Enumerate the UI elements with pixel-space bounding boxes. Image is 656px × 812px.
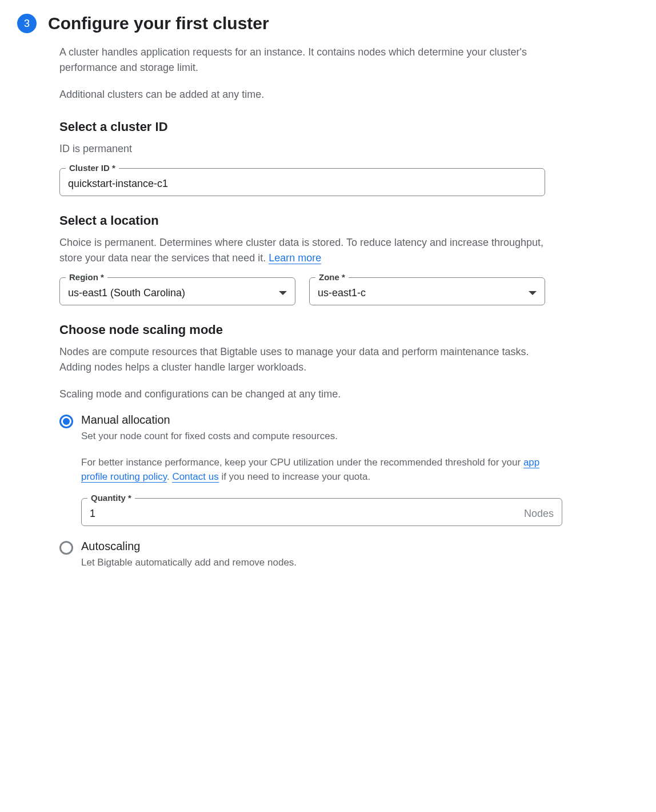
quantity-suffix: Nodes <box>524 508 554 520</box>
manual-extra-middle: . <box>167 471 172 482</box>
chevron-down-icon <box>279 291 287 295</box>
cluster-id-field[interactable]: Cluster ID * <box>59 168 545 196</box>
cluster-id-input[interactable] <box>68 178 537 190</box>
cluster-id-label: Cluster ID * <box>66 163 119 173</box>
scaling-heading: Choose node scaling mode <box>59 323 545 337</box>
manual-allocation-radio[interactable] <box>59 415 73 428</box>
autoscaling-radio[interactable] <box>59 541 73 555</box>
intro-description-1: A cluster handles application requests f… <box>59 45 545 75</box>
autoscaling-desc: Let Bigtable automatically add and remov… <box>81 555 562 570</box>
scaling-desc-2: Scaling mode and configurations can be c… <box>59 387 545 402</box>
zone-label: Zone * <box>315 272 349 282</box>
quantity-input[interactable] <box>90 508 524 520</box>
chevron-down-icon <box>529 291 537 295</box>
learn-more-link[interactable]: Learn more <box>269 252 321 264</box>
autoscaling-option[interactable]: Autoscaling Let Bigtable automatically a… <box>59 540 562 570</box>
manual-extra-prefix: For better instance performance, keep yo… <box>81 457 523 468</box>
step-title: Configure your first cluster <box>48 14 269 33</box>
cluster-id-heading: Select a cluster ID <box>59 120 545 134</box>
region-label: Region * <box>66 272 107 282</box>
contact-us-link[interactable]: Contact us <box>172 471 218 483</box>
autoscaling-label: Autoscaling <box>81 540 562 553</box>
region-value: us-east1 (South Carolina) <box>68 287 185 299</box>
zone-select[interactable]: Zone * us-east1-c <box>309 277 545 305</box>
intro-description-2: Additional clusters can be added at any … <box>59 87 545 102</box>
zone-value: us-east1-c <box>318 287 366 299</box>
cluster-id-subtext: ID is permanent <box>59 141 545 157</box>
scaling-desc-1: Nodes are compute resources that Bigtabl… <box>59 344 545 375</box>
quantity-field[interactable]: Quantity * Nodes <box>81 498 562 526</box>
step-number-badge: 3 <box>17 14 37 33</box>
quantity-label: Quantity * <box>87 493 135 503</box>
manual-allocation-extra: For better instance performance, keep yo… <box>81 455 562 484</box>
manual-allocation-desc: Set your node count for fixed costs and … <box>81 429 562 444</box>
manual-allocation-label: Manual allocation <box>81 413 562 427</box>
region-select[interactable]: Region * us-east1 (South Carolina) <box>59 277 295 305</box>
manual-extra-suffix: if you need to increase your quota. <box>219 471 371 482</box>
manual-allocation-option[interactable]: Manual allocation Set your node count fo… <box>59 413 562 526</box>
location-heading: Select a location <box>59 213 545 228</box>
location-subtext: Choice is permanent. Determines where cl… <box>59 235 545 266</box>
